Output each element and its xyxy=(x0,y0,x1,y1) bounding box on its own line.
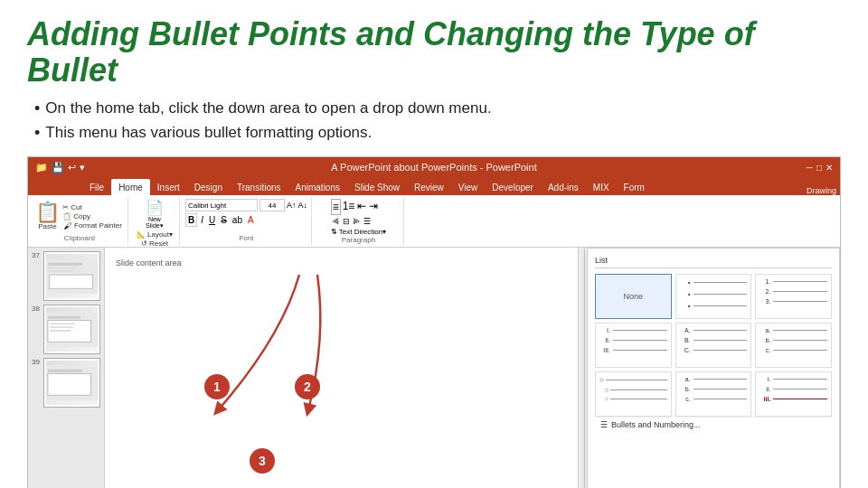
tab-review[interactable]: Review xyxy=(407,179,451,195)
ppt-title-text: A PowerPoint about PowerPoints - PowerPo… xyxy=(331,162,536,173)
bullet-dot-1: • xyxy=(34,97,40,121)
upper-alpha-line-3: C. xyxy=(680,347,748,353)
filled-bullet-lines: • • • xyxy=(680,278,748,310)
bullet-grid-row2: I. II. III. xyxy=(595,323,832,368)
tab-slideshow[interactable]: Slide Show xyxy=(347,179,407,195)
svg-rect-6 xyxy=(48,315,80,318)
bullets-numbering-icon: ☰ xyxy=(600,420,608,429)
paragraph-buttons: ≡ 1≡ ⇤ ⇥ ⫷ ⊟ ⫸ ☰ xyxy=(331,199,387,236)
tab-view[interactable]: View xyxy=(451,179,486,195)
slide-thumb-39[interactable] xyxy=(43,358,100,408)
bullet-style-numbered[interactable]: 1. 2. 3. xyxy=(755,274,832,319)
ribbon-tabs: File Home Insert Design Transitions Anim… xyxy=(28,177,840,195)
bullet-style-lower-roman[interactable]: i. ii. iii. xyxy=(755,371,832,417)
font-group-name: Font xyxy=(239,234,253,243)
numbered-line-2: 2. xyxy=(760,288,827,295)
callout-1-label: 1 xyxy=(213,380,221,394)
justify-button[interactable]: ☰ xyxy=(363,216,372,227)
increase-font-button[interactable]: A↑ xyxy=(287,201,297,210)
outline-row-1: ○ xyxy=(599,376,667,384)
tab-form[interactable]: Form xyxy=(617,179,652,195)
tab-insert[interactable]: Insert xyxy=(150,179,187,195)
la2-line-1: a. xyxy=(680,376,748,382)
dropdown-title: List xyxy=(595,256,832,268)
tab-developer[interactable]: Developer xyxy=(485,179,541,195)
font-color-button[interactable]: A xyxy=(246,214,256,226)
format-painter-button[interactable]: 🖌 Format Painter xyxy=(61,221,124,230)
bullet-style-filled[interactable]: • • • xyxy=(675,274,752,319)
clipboard-group: 📋 Paste ✂ Cut 📋 Copy 🖌 Format Painter xyxy=(32,197,128,245)
reset-button[interactable]: ↺ Reset xyxy=(141,239,168,248)
bullets-and-numbering-button[interactable]: ☰ Bullets and Numbering... xyxy=(595,417,832,432)
la2-lines: a. b. c. xyxy=(680,376,748,402)
strikethrough-button[interactable]: S xyxy=(219,214,229,226)
svg-rect-12 xyxy=(48,369,82,371)
bullet-line-2: • xyxy=(680,290,748,298)
tab-addins[interactable]: Add-ins xyxy=(541,179,586,195)
align-right-button[interactable]: ⫸ xyxy=(352,216,362,227)
ua-marker-2: B. xyxy=(680,337,691,343)
callout-3: 3 xyxy=(250,448,275,474)
bullet-style-none[interactable]: None xyxy=(595,274,672,319)
slide-thumb-38[interactable] xyxy=(43,305,100,354)
tab-animations[interactable]: Animations xyxy=(288,179,347,195)
roman-l3 xyxy=(613,350,667,351)
la2-line-2: b. xyxy=(680,386,748,392)
la-l2 xyxy=(773,340,827,341)
roman-marker-3: III. xyxy=(599,347,610,353)
bullet-style-outline[interactable]: ○ ○ ○ xyxy=(595,371,672,417)
text-direction-button[interactable]: ⇅ Text Direction▾ xyxy=(331,228,387,236)
tab-design[interactable]: Design xyxy=(187,179,230,195)
slide-37-img xyxy=(46,254,98,298)
bullet-style-upper-alpha[interactable]: A. B. C. xyxy=(675,323,752,368)
line-2 xyxy=(693,294,748,295)
paragraph-group: ≡ 1≡ ⇤ ⇥ ⫷ ⊟ ⫸ ☰ xyxy=(314,197,404,245)
copy-button[interactable]: 📋 Copy xyxy=(61,212,124,221)
font-name-input[interactable] xyxy=(185,199,258,211)
slide-content-area: List None • xyxy=(105,248,840,488)
layout-button[interactable]: 📐 Layout▾ xyxy=(137,230,173,239)
italic-button[interactable]: I xyxy=(199,214,205,226)
outline-row-2: ○ xyxy=(599,387,667,393)
vertical-scrollbar[interactable] xyxy=(578,248,585,488)
underline-button[interactable]: U xyxy=(207,214,217,226)
bullet-marker-3: • xyxy=(680,302,691,310)
svg-rect-9 xyxy=(50,326,74,328)
paragraph-group-name: Paragraph xyxy=(342,236,375,245)
callout-3-label: 3 xyxy=(259,454,266,468)
align-left-button[interactable]: ⫷ xyxy=(331,216,341,227)
increase-indent-button[interactable]: ⇥ xyxy=(368,199,379,215)
decrease-indent-button[interactable]: ⇤ xyxy=(356,199,367,215)
num-marker-2: 2. xyxy=(760,288,770,295)
slide-thumb-37[interactable] xyxy=(43,251,100,301)
bullets-button[interactable]: ≡ xyxy=(331,199,341,215)
screenshot-wrapper: 📁 💾 ↩ ▾ A PowerPoint about PowerPoints -… xyxy=(27,156,841,488)
new-slide-button[interactable]: 📄 New Slide▾ xyxy=(146,199,164,230)
font-size-input[interactable] xyxy=(259,199,285,211)
num-marker-1: 1. xyxy=(760,278,770,285)
bullet-style-lower-alpha2[interactable]: a. b. c. xyxy=(675,371,752,417)
numbered-line-1: 1. xyxy=(760,278,827,285)
tab-home[interactable]: Home xyxy=(111,179,150,195)
bullet-row-1: ≡ 1≡ ⇤ ⇥ xyxy=(331,199,387,215)
tab-transitions[interactable]: Transitions xyxy=(230,179,288,195)
roman-line-1: I. xyxy=(599,327,667,333)
la2-l1 xyxy=(693,379,748,380)
clipboard-group-name: Clipboard xyxy=(64,234,95,243)
decrease-font-button[interactable]: A↓ xyxy=(297,201,307,210)
bullet-style-roman[interactable]: I. II. III. xyxy=(595,323,672,368)
line-1 xyxy=(693,282,748,283)
align-center-button[interactable]: ⊟ xyxy=(342,216,351,227)
shadow-button[interactable]: ab xyxy=(231,214,244,226)
callout-1: 1 xyxy=(204,374,230,399)
ua-marker-1: A. xyxy=(680,327,691,333)
bullet-style-lower-alpha[interactable]: a. b. c. xyxy=(755,323,832,368)
outline-circle-1: ○ xyxy=(599,376,604,384)
tab-file[interactable]: File xyxy=(82,179,111,195)
tab-mix[interactable]: MIX xyxy=(586,179,617,195)
cut-button[interactable]: ✂ Cut xyxy=(61,203,124,211)
bold-button[interactable]: B xyxy=(185,213,197,227)
paste-button[interactable]: 📋 Paste xyxy=(35,202,60,230)
la-l3 xyxy=(773,350,827,351)
numbering-button[interactable]: 1≡ xyxy=(342,199,356,215)
